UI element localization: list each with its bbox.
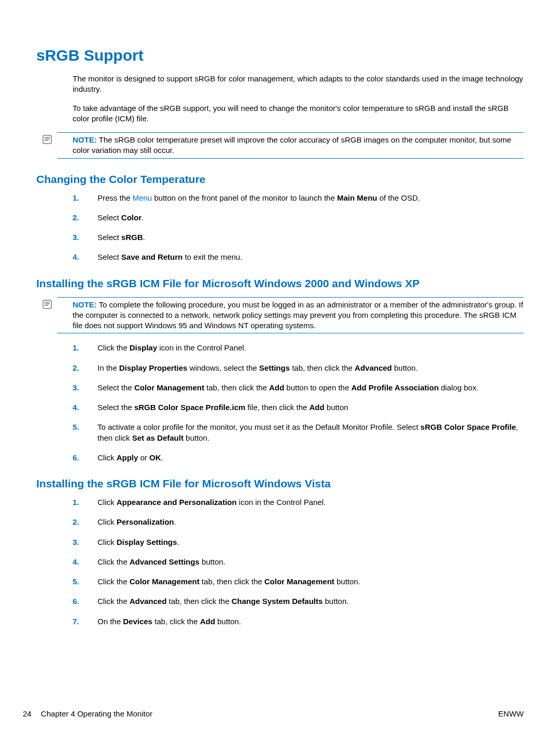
steps-color-temp: Press the Menu button on the front panel… bbox=[36, 193, 524, 263]
page-title: sRGB Support bbox=[36, 47, 524, 64]
list-item: In the Display Properties windows, selec… bbox=[73, 363, 524, 373]
list-item: Click Display Settings. bbox=[73, 537, 524, 547]
list-item: Click the Display icon in the Control Pa… bbox=[73, 343, 524, 353]
note-text: The sRGB color temperature preset will i… bbox=[73, 135, 511, 154]
note-box-2: NOTE: To complete the following procedur… bbox=[57, 297, 524, 334]
menu-link: Menu bbox=[133, 193, 152, 202]
section-heading-color-temp: Changing the Color Temperature bbox=[36, 173, 524, 186]
page-footer: 24 Chapter 4 Operating the Monitor ENWW bbox=[23, 709, 524, 718]
list-item: Click the Advanced tab, then click the C… bbox=[73, 596, 524, 607]
list-item: Select the sRGB Color Space Profile.icm … bbox=[73, 402, 524, 413]
list-item: Select Save and Return to exit the menu. bbox=[73, 252, 524, 262]
section-heading-win2000-xp: Installing the sRGB ICM File for Microso… bbox=[36, 277, 524, 290]
list-item: Click Appearance and Personalization ico… bbox=[73, 497, 524, 508]
note-label: NOTE: bbox=[73, 135, 97, 144]
list-item: Select sRGB. bbox=[73, 232, 524, 243]
steps-win2000-xp: Click the Display icon in the Control Pa… bbox=[36, 343, 524, 463]
list-item: Select the Color Management tab, then cl… bbox=[73, 383, 524, 393]
note-icon bbox=[43, 300, 52, 312]
svg-rect-0 bbox=[43, 135, 51, 144]
footer-right: ENWW bbox=[498, 709, 524, 718]
list-item: To activate a color profile for the moni… bbox=[73, 422, 524, 443]
note-icon bbox=[43, 135, 52, 147]
list-item: Click the Color Management tab, then cli… bbox=[73, 577, 524, 587]
svg-rect-1 bbox=[43, 300, 51, 308]
note-box-1: NOTE: The sRGB color temperature preset … bbox=[57, 132, 524, 159]
note-text: To complete the following procedure, you… bbox=[73, 300, 523, 330]
intro-paragraph-2: To take advantage of the sRGB support, y… bbox=[36, 103, 524, 124]
list-item: Press the Menu button on the front panel… bbox=[73, 193, 524, 203]
footer-chapter: Chapter 4 Operating the Monitor bbox=[41, 709, 152, 718]
steps-vista: Click Appearance and Personalization ico… bbox=[36, 497, 524, 627]
intro-paragraph-1: The monitor is designed to support sRGB … bbox=[36, 74, 524, 95]
list-item: On the Devices tab, click the Add button… bbox=[73, 616, 524, 627]
note-label: NOTE: bbox=[73, 300, 97, 309]
section-heading-vista: Installing the sRGB ICM File for Microso… bbox=[36, 477, 524, 490]
list-item: Select Color. bbox=[73, 213, 524, 223]
page-number: 24 bbox=[23, 709, 32, 718]
list-item: Click Apply or OK. bbox=[73, 453, 524, 463]
list-item: Click Personalization. bbox=[73, 517, 524, 527]
list-item: Click the Advanced Settings button. bbox=[73, 557, 524, 567]
